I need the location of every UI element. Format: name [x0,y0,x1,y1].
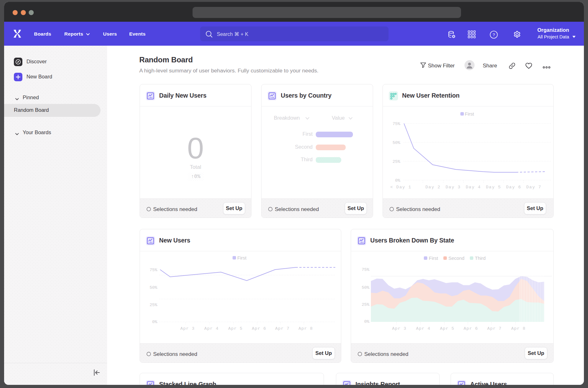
svg-text:First: First [237,255,247,260]
svg-text:50%: 50% [362,285,370,290]
svg-text:Apr 5: Apr 5 [228,326,243,331]
svg-text:Day 6: Day 6 [506,185,521,190]
svg-text:Day 5: Day 5 [486,185,501,190]
svg-text:25%: 25% [362,302,370,307]
svg-text:Apr 7: Apr 7 [275,326,290,331]
svg-text:0%: 0% [395,178,401,183]
svg-text:Apr 6: Apr 6 [252,326,266,331]
svg-text:< Day 1: < Day 1 [390,185,411,190]
svg-text:Apr 5: Apr 5 [440,326,454,331]
svg-text:0%: 0% [152,320,158,324]
svg-text:First: First [465,111,474,117]
svg-text:Apr 8: Apr 8 [511,326,526,331]
svg-text:Second: Second [448,255,464,261]
svg-text:25%: 25% [150,303,158,307]
svg-text:75%: 75% [362,267,370,272]
svg-text:75%: 75% [150,268,158,272]
svg-text:Apr 4: Apr 4 [204,326,219,331]
svg-text:Apr 6: Apr 6 [464,326,478,331]
svg-text:0%: 0% [364,319,370,324]
svg-text:Day 3: Day 3 [446,185,461,190]
svg-text:Day 7: Day 7 [526,185,541,190]
svg-text:25%: 25% [393,159,401,164]
svg-text:First: First [429,255,438,261]
svg-text:Third: Third [475,255,486,261]
svg-text:Apr 7: Apr 7 [487,326,502,331]
svg-text:Apr 3: Apr 3 [180,326,195,331]
svg-text:Day 2: Day 2 [425,185,441,190]
svg-text:50%: 50% [150,285,158,290]
svg-text:Apr 8: Apr 8 [298,326,313,331]
svg-text:Apr 4: Apr 4 [416,326,430,331]
svg-text:Apr 3: Apr 3 [392,326,406,331]
svg-text:Day 4: Day 4 [466,185,481,190]
svg-text:50%: 50% [393,140,401,145]
svg-text:?: ? [493,32,495,37]
svg-text:75%: 75% [393,122,401,126]
